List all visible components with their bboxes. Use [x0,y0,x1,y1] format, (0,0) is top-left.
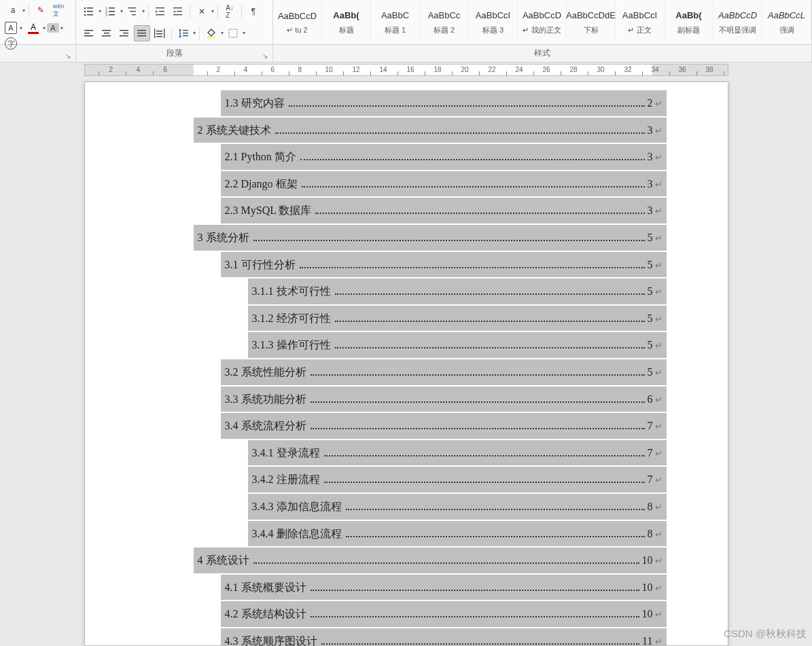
toc-entry[interactable]: 3.1.1 技术可行性5↵ [248,279,667,304]
multilevel-list-button[interactable] [124,3,141,20]
shading-dropdown[interactable]: ▾ [220,30,224,36]
align-right-button[interactable] [116,25,133,41]
font-color-dropdown[interactable]: ▾ [42,25,46,31]
paragraph-mark-icon: ↵ [655,447,663,461]
toc-entry[interactable]: 3.4.4 删除信息流程8↵ [248,521,667,547]
toc-leader-dots [300,259,645,268]
change-case-dropdown[interactable]: ▾ [22,7,26,14]
toc-leader-dots [311,582,639,591]
show-marks-button[interactable]: ¶ [245,3,262,20]
line-spacing-button[interactable] [175,25,192,41]
numbering-dropdown[interactable]: ▾ [120,8,124,14]
toc-entry[interactable]: 3.4 系统流程分析7↵ [221,413,667,439]
borders-button[interactable] [225,25,241,41]
paragraph-launcher-icon[interactable]: ↘ [262,52,270,60]
toc-leader-dots [311,609,639,617]
font-launcher-icon[interactable]: ↘ [65,52,73,60]
toc-entry[interactable]: 3 系统分析5↵ [194,225,667,251]
toc-entry[interactable]: 3.1.3 操作可行性5↵ [248,332,667,358]
align-justify-button[interactable] [134,25,150,41]
toc-entry[interactable]: 3.1 可行性分析5↵ [221,252,667,278]
ribbon: a▾ ✎ wén文 A ▾ A▾ A▾ 字 ▾ 123▾ ▾ ✕▾ A↓Z ¶ [0,0,812,45]
toc-entry-page: 5 [648,229,653,247]
asian-layout-dropdown[interactable]: ▾ [211,8,215,14]
toc-entry-page: 8 [648,525,653,543]
toc-entry-text: 3.3 系统功能分析 [225,391,306,408]
bullets-button[interactable] [81,3,97,20]
bullets-dropdown[interactable]: ▾ [98,8,102,14]
style-item-8[interactable]: AaBb(副标题 [665,0,713,41]
svg-rect-29 [120,30,128,31]
align-left-button[interactable] [81,25,97,41]
ruler-area: 6422468101214161820222426283032343638404… [0,62,812,77]
style-name-label: ↵ tu 2 [287,26,307,35]
phonetic-guide-button[interactable]: wén文 [50,2,67,18]
style-item-9[interactable]: AaBbCcD不明显强调 [713,0,762,41]
style-preview: AaBbCcD [718,6,757,25]
change-case-button[interactable]: a [5,2,21,18]
style-item-0[interactable]: AaBbCcD↵ tu 2 [273,0,322,41]
style-item-7[interactable]: AaBbCcI↵ 正文 [616,0,665,41]
toc-entry[interactable]: 3.3 系统功能分析6↵ [221,387,667,412]
document-page: 1.3 研究内容2↵2 系统关键技术3↵2.1 Python 简介3↵2.2 D… [84,82,728,646]
align-distribute-button[interactable] [152,25,168,41]
style-item-5[interactable]: AaBbCcD↵ 我的正文 [518,0,567,41]
toc-entry-page: 10 [642,579,653,596]
style-name-label: ↵ 正文 [628,25,651,35]
style-item-4[interactable]: AaBbCcI标题 3 [469,0,518,41]
svg-text:3: 3 [105,13,107,17]
svg-rect-46 [207,37,215,38]
toc-entry-page: 3 [648,122,653,139]
font-more-dropdown[interactable]: ▾ [18,25,24,31]
svg-rect-30 [123,33,128,34]
svg-rect-32 [137,30,146,31]
svg-marker-16 [156,10,158,13]
toc-entry[interactable]: 3.4.1 登录流程7↵ [248,440,667,466]
toc-entry[interactable]: 3.4.2 注册流程7↵ [248,467,667,492]
font-color-button[interactable]: A [25,20,41,36]
svg-rect-3 [87,11,93,12]
toc-entry-text: 3 系统分析 [198,229,249,247]
toc-entry-text: 3.1 可行性分析 [225,256,296,274]
character-border-button[interactable]: A [5,22,17,34]
toc-entry[interactable]: 4 系统设计10↵ [194,548,667,573]
toc-entry[interactable]: 1.3 研究内容2↵ [221,90,667,116]
align-center-button[interactable] [99,25,115,41]
style-item-10[interactable]: AaBbCcL强调 [762,0,811,41]
toc-entry[interactable]: 2 系统关键技术3↵ [194,118,667,143]
toc-entry[interactable]: 2.2 Django 框架3↵ [221,171,667,197]
toc-entry[interactable]: 3.1.2 经济可行性5↵ [248,306,667,331]
shading-button[interactable] [203,25,219,41]
toc-entry[interactable]: 4.1 系统概要设计10↵ [221,575,667,600]
toc-entry-text: 3.2 系统性能分析 [225,363,306,381]
toc-entry[interactable]: 4.3 系统顺序图设计11↵ [221,628,667,646]
toc-entry-page: 11 [642,632,652,646]
style-item-2[interactable]: AaBbC标题 1 [371,0,420,41]
paragraph-mark-icon: ↵ [655,285,663,300]
toc-entry[interactable]: 2.3 MySQL 数据库3↵ [221,198,667,223]
style-preview: AaBbCcD [523,6,561,25]
highlight-button[interactable]: A [47,23,59,33]
borders-dropdown[interactable]: ▾ [242,30,246,36]
sort-button[interactable]: A↓Z [222,3,238,20]
style-item-3[interactable]: AaBbCc标题 2 [420,0,469,41]
style-item-6[interactable]: AaBbCcDdE下标 [567,0,616,41]
toc-entry[interactable]: 2.1 Python 简介3↵ [221,144,667,170]
paragraph-mark-icon: ↵ [655,259,663,273]
clear-format-button[interactable]: ✎ [33,2,49,18]
styles-gallery[interactable]: AaBbCcD↵ tu 2AaBb(标题AaBbC标题 1AaBbCc标题 2A… [273,0,811,41]
line-spacing-dropdown[interactable]: ▾ [192,30,196,36]
svg-rect-33 [137,33,146,34]
asian-layout-button[interactable]: ✕ [194,3,210,20]
decrease-indent-button[interactable] [152,3,169,20]
horizontal-ruler[interactable]: 6422468101214161820222426283032343638404… [84,64,728,76]
increase-indent-button[interactable] [170,3,186,20]
style-item-1[interactable]: AaBb(标题 [322,0,371,41]
toc-entry[interactable]: 4.2 系统结构设计10↵ [221,601,667,627]
toc-entry[interactable]: 3.2 系统性能分析5↵ [221,359,667,385]
multilevel-dropdown[interactable]: ▾ [141,8,145,14]
toc-entry-page: 5 [648,310,653,327]
numbering-button[interactable]: 123 [103,3,119,20]
highlight-dropdown[interactable]: ▾ [60,25,64,31]
toc-entry[interactable]: 3.4.3 添加信息流程8↵ [248,494,667,520]
